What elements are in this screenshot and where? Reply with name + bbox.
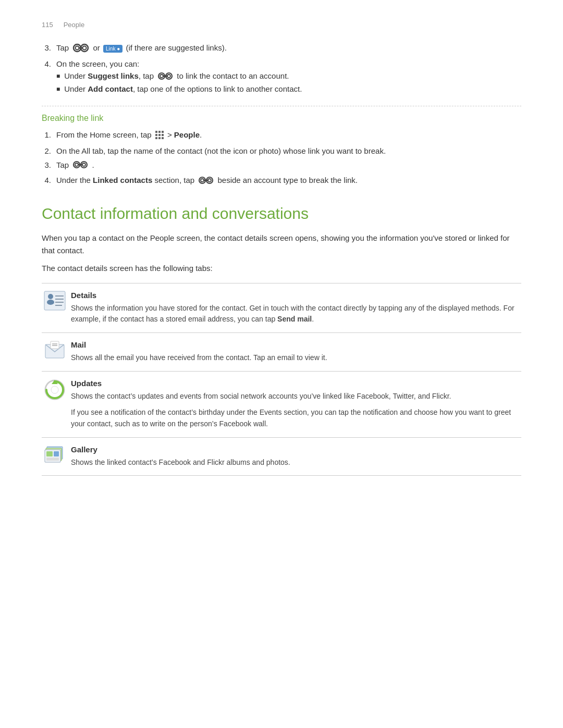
svg-point-20: [75, 163, 78, 166]
svg-point-6: [160, 75, 163, 78]
break-step-2: 2. On the All tab, tap the name of the c…: [42, 146, 521, 155]
svg-rect-4: [79, 47, 83, 49]
chapter-name: People: [64, 21, 84, 29]
svg-rect-11: [158, 131, 161, 133]
break-chain-icon-2: [198, 176, 214, 186]
tab-row-mail: Mail Shows all the email you have receiv…: [42, 332, 521, 371]
suggest-chain-icon: [157, 72, 174, 82]
svg-rect-18: [162, 137, 164, 139]
section-divider-breaking: [42, 106, 521, 106]
page-header: 115 People: [42, 21, 521, 29]
tab-desc-details: Shows the information you have stored fo…: [71, 303, 521, 325]
svg-rect-28: [204, 179, 208, 181]
svg-rect-17: [158, 137, 161, 139]
break-step-4: 4. Under the Linked contacts section, ta…: [42, 176, 521, 186]
breaking-steps-list: 1. From the Home screen, tap > People.: [42, 130, 521, 186]
svg-rect-10: [155, 131, 157, 133]
intro-paragraph-1: When you tap a contact on the People scr…: [42, 232, 521, 257]
tab-name-mail: Mail: [71, 340, 521, 349]
intro-paragraph-2: The contact details screen has the follo…: [42, 262, 521, 275]
tab-row-gallery: Gallery Shows the linked contact’s Faceb…: [42, 437, 521, 476]
tab-icon-mail: [42, 332, 71, 371]
svg-rect-14: [158, 134, 161, 136]
tab-content-details: Details Shows the information you have s…: [71, 283, 521, 332]
tab-icon-updates: [42, 371, 71, 437]
tab-name-gallery: Gallery: [71, 445, 521, 454]
svg-point-22: [82, 163, 85, 166]
mail-svg-icon: [44, 340, 66, 360]
tab-desc-gallery: Shows the linked contact’s Facebook and …: [71, 457, 521, 468]
svg-rect-37: [51, 341, 59, 349]
svg-rect-29: [44, 291, 65, 310]
svg-rect-23: [78, 164, 82, 166]
sub-bullet-list: ■ Under Suggest links, tap to link th: [56, 71, 521, 93]
svg-rect-12: [162, 131, 164, 133]
break-chain-icon: [72, 161, 89, 170]
svg-rect-13: [155, 134, 157, 136]
steps-list-top: 3. Tap or Link ● (if there are suggested…: [42, 43, 521, 96]
break-step-1: 1. From the Home screen, tap > People.: [42, 130, 521, 141]
tab-desc-updates-2: If you see a notification of the contact…: [71, 407, 521, 429]
section-title-breaking: Breaking the link: [42, 114, 521, 123]
svg-point-31: [47, 300, 54, 305]
tabs-table: Details Shows the information you have s…: [42, 283, 521, 476]
svg-rect-48: [46, 458, 59, 461]
link-chain-icon: [72, 43, 90, 54]
svg-rect-15: [162, 134, 164, 136]
bullet-add-contact: ■ Under Add contact, tap one of the opti…: [56, 84, 521, 93]
svg-point-30: [48, 294, 53, 299]
svg-rect-46: [46, 451, 53, 456]
tab-icon-details: [42, 283, 71, 332]
tab-row-updates: Updates Shows the contact’s updates and …: [42, 371, 521, 437]
main-section-title: Contact information and conversations: [42, 205, 521, 223]
tab-icon-gallery: [42, 437, 71, 476]
svg-point-42: [51, 386, 58, 393]
grid-icon: [155, 130, 164, 141]
tab-desc-mail: Shows all the email you have received fr…: [71, 352, 521, 364]
tab-name-updates: Updates: [71, 379, 521, 388]
bullet-suggest-links: ■ Under Suggest links, tap to link th: [56, 71, 521, 82]
tab-desc-updates-1: Shows the contact’s updates and events f…: [71, 391, 521, 402]
tab-name-details: Details: [71, 291, 521, 300]
svg-rect-16: [155, 137, 157, 139]
tab-row-details: Details Shows the information you have s…: [42, 283, 521, 332]
tab-content-updates: Updates Shows the contact’s updates and …: [71, 371, 521, 437]
step-3: 3. Tap or Link ● (if there are suggested…: [42, 43, 521, 54]
svg-rect-47: [54, 451, 59, 456]
svg-point-25: [201, 179, 204, 182]
tab-content-gallery: Gallery Shows the linked contact’s Faceb…: [71, 437, 521, 476]
svg-point-3: [83, 46, 87, 50]
link-blue-icon: Link ●: [103, 45, 123, 53]
svg-rect-9: [163, 75, 167, 77]
details-svg-icon: [44, 291, 66, 311]
break-step-3: 3. Tap .: [42, 161, 521, 171]
gallery-svg-icon: [44, 445, 66, 465]
tab-content-mail: Mail Shows all the email you have receiv…: [71, 332, 521, 371]
updates-svg-icon: [44, 379, 66, 401]
svg-point-8: [167, 75, 170, 78]
step-4: 4. On the screen, you can: ■ Under Sugge…: [42, 59, 521, 96]
svg-point-1: [76, 46, 79, 50]
svg-point-27: [208, 179, 211, 182]
page-number: 115: [42, 21, 53, 29]
